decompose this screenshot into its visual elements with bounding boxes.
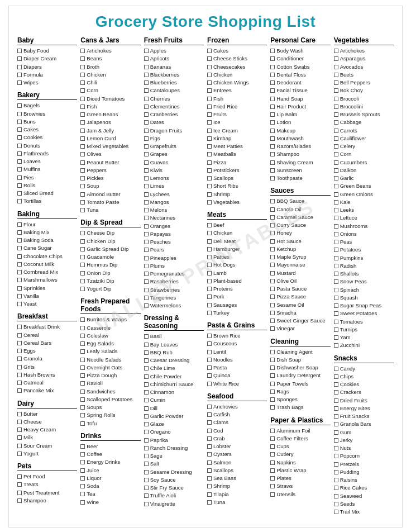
checkbox-icon[interactable] [144, 97, 149, 101]
list-item[interactable]: Cookies [17, 134, 77, 141]
list-item[interactable]: Artichokes [334, 47, 394, 55]
checkbox-icon[interactable] [17, 262, 22, 267]
list-item[interactable]: Peanut Butter [80, 159, 140, 167]
list-item[interactable]: Kiwis [144, 167, 204, 174]
list-item[interactable]: Daikon [334, 167, 394, 174]
checkbox-icon[interactable] [17, 65, 22, 69]
checkbox-icon[interactable] [144, 129, 149, 133]
checkbox-icon[interactable] [207, 436, 212, 441]
checkbox-icon[interactable] [207, 444, 212, 449]
list-item[interactable]: Fruits [207, 111, 267, 118]
list-item[interactable]: Deodorant [270, 79, 330, 87]
checkbox-icon[interactable] [270, 444, 275, 449]
list-item[interactable]: Tuna [80, 206, 140, 214]
list-item[interactable]: Crackers [334, 388, 394, 396]
checkbox-icon[interactable] [17, 135, 22, 140]
list-item[interactable]: Milk [17, 434, 77, 441]
checkbox-icon[interactable] [80, 49, 85, 53]
list-item[interactable]: Raspberries [144, 278, 204, 286]
checkbox-icon[interactable] [17, 49, 22, 53]
list-item[interactable]: Energy Bites [334, 405, 394, 412]
checkbox-icon[interactable] [80, 88, 85, 93]
checkbox-icon[interactable] [207, 49, 212, 53]
checkbox-icon[interactable] [17, 127, 22, 132]
list-item[interactable]: Shrimp [207, 482, 267, 490]
list-item[interactable]: Zucchini [334, 341, 394, 349]
checkbox-icon[interactable] [17, 103, 22, 108]
checkbox-icon[interactable] [144, 279, 149, 284]
list-item[interactable]: Hot Sauce [270, 238, 330, 245]
list-item[interactable]: Almond Butter [80, 191, 140, 198]
list-item[interactable]: Peas [334, 238, 394, 246]
checkbox-icon[interactable] [17, 420, 22, 424]
list-item[interactable]: Guacamole [80, 253, 140, 261]
list-item[interactable]: Fried Rice [207, 103, 267, 111]
checkbox-icon[interactable] [334, 200, 338, 205]
checkbox-icon[interactable] [80, 120, 85, 125]
checkbox-icon[interactable] [207, 334, 212, 338]
checkbox-icon[interactable] [207, 120, 212, 125]
list-item[interactable]: Energy Drinks [80, 458, 140, 466]
checkbox-icon[interactable] [270, 358, 275, 362]
checkbox-icon[interactable] [17, 286, 22, 291]
list-item[interactable]: Pumpkins [334, 254, 394, 262]
list-item[interactable]: Pickles [80, 174, 140, 182]
list-item[interactable]: Rolls [17, 182, 77, 189]
list-item[interactable]: Potstickers [207, 167, 267, 174]
list-item[interactable]: Cumin [144, 396, 204, 404]
checkbox-icon[interactable] [144, 88, 149, 93]
list-item[interactable]: Pasta Sauce [270, 285, 330, 293]
list-item[interactable]: Sprinkles [17, 284, 77, 292]
list-item[interactable]: Tomatoes [334, 318, 394, 326]
checkbox-icon[interactable] [80, 80, 85, 85]
checkbox-icon[interactable] [144, 414, 149, 419]
list-item[interactable]: Caesar Dressing [144, 357, 204, 364]
list-item[interactable]: Melons [144, 206, 204, 214]
list-item[interactable]: Spinach [334, 286, 394, 294]
checkbox-icon[interactable] [270, 452, 275, 457]
checkbox-icon[interactable] [80, 208, 85, 212]
checkbox-icon[interactable] [334, 264, 338, 268]
checkbox-icon[interactable] [17, 373, 22, 377]
checkbox-icon[interactable] [144, 80, 149, 85]
checkbox-icon[interactable] [80, 358, 85, 362]
list-item[interactable]: Clementines [144, 103, 204, 111]
checkbox-icon[interactable] [17, 80, 22, 85]
checkbox-icon[interactable] [80, 413, 85, 417]
checkbox-icon[interactable] [80, 56, 85, 61]
list-item[interactable]: Hair Product [270, 103, 330, 111]
checkbox-icon[interactable] [270, 365, 275, 370]
list-item[interactable]: Green Beans [80, 111, 140, 118]
checkbox-icon[interactable] [270, 80, 275, 85]
list-item[interactable]: Carrots [334, 127, 394, 135]
checkbox-icon[interactable] [334, 470, 338, 474]
list-item[interactable]: Crab [207, 435, 267, 443]
list-item[interactable]: Dried Fruits [334, 397, 394, 405]
checkbox-icon[interactable] [80, 405, 85, 410]
checkbox-icon[interactable] [207, 192, 212, 197]
list-item[interactable]: Mixed Vegetables [80, 142, 140, 150]
checkbox-icon[interactable] [144, 406, 149, 411]
list-item[interactable]: Tofu [80, 420, 140, 428]
checkbox-icon[interactable] [144, 486, 149, 490]
checkbox-icon[interactable] [17, 333, 22, 338]
checkbox-icon[interactable] [17, 73, 22, 77]
list-item[interactable]: Vinegar [270, 325, 330, 332]
list-item[interactable]: Plums [144, 262, 204, 270]
checkbox-icon[interactable] [17, 325, 22, 329]
checkbox-icon[interactable] [144, 216, 149, 220]
checkbox-icon[interactable] [80, 176, 85, 180]
checkbox-icon[interactable] [144, 136, 149, 141]
checkbox-icon[interactable] [334, 144, 338, 149]
list-item[interactable]: Brussels Sprouts [334, 111, 394, 118]
checkbox-icon[interactable] [144, 493, 149, 498]
checkbox-icon[interactable] [334, 129, 338, 133]
checkbox-icon[interactable] [334, 510, 338, 514]
checkbox-icon[interactable] [17, 120, 22, 124]
checkbox-icon[interactable] [144, 73, 149, 77]
list-item[interactable]: Curry Sauce [270, 221, 330, 229]
checkbox-icon[interactable] [17, 474, 22, 479]
list-item[interactable]: Sponges [270, 396, 330, 403]
list-item[interactable]: Aluminum Foil [270, 427, 330, 435]
list-item[interactable]: Dates [144, 118, 204, 126]
